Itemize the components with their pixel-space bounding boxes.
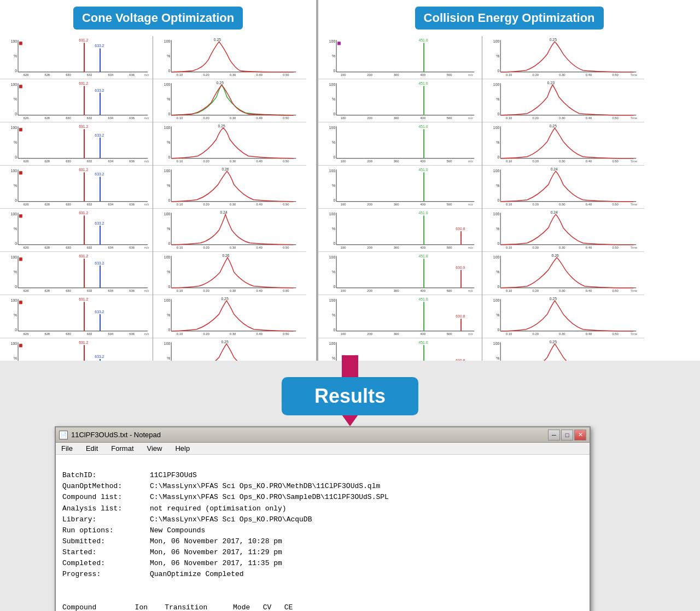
svg-text:m/z: m/z [468, 246, 473, 249]
svg-text:Time: Time [631, 203, 638, 206]
svg-text:400: 400 [421, 116, 426, 120]
chart-cell: 100 % 0 626 628 630 632 634 636 m/z 631.… [0, 79, 153, 122]
chart-cell: 100 % 0 626 628 630 632 634 636 m/z [0, 36, 153, 79]
svg-text:626: 626 [24, 245, 29, 249]
svg-text:%: % [167, 269, 170, 273]
svg-text:0.50: 0.50 [612, 160, 619, 163]
svg-text:0.50: 0.50 [612, 289, 619, 292]
svg-text:628: 628 [44, 245, 50, 249]
titlebar-controls[interactable]: ─ □ ✕ [548, 430, 586, 440]
svg-text:100: 100 [11, 298, 17, 302]
svg-text:0.30: 0.30 [230, 160, 236, 163]
chromatogram-chart: 100 % 0 0.10 0.20 0.30 0.40 0.50 0.25 [155, 124, 304, 164]
svg-text:100: 100 [341, 73, 346, 77]
svg-text:0.10: 0.10 [506, 289, 512, 292]
svg-text:100: 100 [493, 255, 499, 259]
mass-spectrum-chart: 100 % 0 626 628 630 632 634 636 m/z 631.… [2, 210, 150, 250]
svg-text:300: 300 [394, 246, 399, 249]
svg-text:100: 100 [11, 342, 17, 345]
svg-text:m/z: m/z [144, 160, 149, 163]
svg-text:%: % [496, 227, 499, 231]
ce-mass-spectrum-chart: 100 % 0 100 200 300 400 500 m/z 451.0 [320, 124, 480, 164]
svg-text:0: 0 [334, 285, 336, 289]
svg-rect-135 [19, 344, 22, 347]
svg-text:100: 100 [341, 246, 346, 249]
svg-text:0: 0 [498, 285, 500, 289]
svg-rect-84 [19, 214, 22, 218]
analysis-label: Analysis list: [62, 503, 150, 514]
svg-text:0.40: 0.40 [586, 289, 592, 292]
svg-text:%: % [496, 356, 499, 360]
collision-energy-title: Collision Energy Optimization [415, 7, 604, 30]
ce-chromatogram-chart: 100 % 0 0.10 0.20 0.30 0.40 0.50 Time 0.… [485, 253, 642, 293]
svg-text:626: 626 [24, 116, 29, 120]
menu-file[interactable]: File [58, 443, 76, 454]
svg-text:200: 200 [368, 73, 373, 77]
menu-help[interactable]: Help [172, 443, 193, 454]
minimize-button[interactable]: ─ [548, 430, 560, 440]
svg-text:100: 100 [164, 255, 170, 259]
chart-cell: 100 % 0 0.10 0.20 0.30 0.40 0.50 Time 0.… [482, 36, 644, 79]
svg-text:m/z: m/z [468, 332, 473, 336]
svg-text:630: 630 [66, 73, 71, 77]
progress-label: Progress: [62, 569, 150, 580]
close-button[interactable]: ✕ [574, 430, 586, 440]
svg-text:300: 300 [394, 160, 399, 163]
svg-text:200: 200 [368, 332, 373, 336]
menu-view[interactable]: View [144, 443, 166, 454]
svg-text:500: 500 [447, 116, 452, 120]
chart-cell: 100 % 0 100 200 300 400 500 m/z 451.0 63… [318, 209, 482, 252]
ce-chromatogram-column: 100 % 0 0.10 0.20 0.30 0.40 0.50 Time 0.… [482, 36, 644, 381]
svg-text:100: 100 [164, 342, 170, 345]
menu-edit[interactable]: Edit [83, 443, 101, 454]
svg-text:632: 632 [87, 73, 92, 77]
svg-text:0.30: 0.30 [230, 116, 236, 120]
svg-text:626: 626 [24, 289, 29, 292]
svg-text:100: 100 [164, 39, 170, 43]
restore-button[interactable]: □ [561, 430, 573, 440]
svg-text:0.50: 0.50 [283, 245, 289, 249]
svg-text:0.40: 0.40 [586, 203, 592, 206]
svg-text:0.10: 0.10 [177, 116, 183, 120]
svg-text:628: 628 [44, 116, 50, 120]
chart-cell: 100 % 0 0.10 0.20 0.30 0.40 0.50 0.25 [153, 36, 306, 79]
svg-text:0.50: 0.50 [612, 332, 619, 336]
svg-text:0: 0 [15, 155, 17, 158]
svg-text:0.40: 0.40 [256, 245, 263, 249]
svg-text:0.30: 0.30 [559, 160, 565, 163]
svg-text:451.0: 451.0 [419, 38, 428, 42]
svg-text:0.30: 0.30 [559, 332, 565, 336]
svg-text:100: 100 [493, 126, 499, 130]
svg-text:Time: Time [631, 160, 638, 163]
svg-text:634: 634 [108, 245, 114, 249]
started-value: Mon, 06 November 2017, 11:29 pm [150, 548, 282, 556]
ce-mass-spectrum-chart: 100 % 0 100 200 300 400 500 m/z 451.0 63… [320, 253, 480, 293]
menu-format[interactable]: Format [108, 443, 137, 454]
svg-text:m/z: m/z [144, 289, 149, 292]
svg-text:m/z: m/z [144, 116, 149, 120]
svg-text:634: 634 [108, 73, 114, 77]
svg-text:100: 100 [11, 126, 17, 130]
svg-text:631.2: 631.2 [79, 81, 88, 85]
svg-text:0.40: 0.40 [256, 203, 263, 206]
svg-text:630.8: 630.8 [456, 227, 465, 231]
library-label: Library: [62, 514, 150, 525]
svg-text:0.50: 0.50 [612, 203, 619, 206]
svg-text:626: 626 [24, 160, 29, 163]
svg-text:100: 100 [164, 298, 170, 302]
svg-text:632: 632 [87, 116, 92, 120]
svg-text:0.30: 0.30 [559, 73, 565, 77]
svg-text:400: 400 [421, 332, 426, 336]
svg-text:0.30: 0.30 [230, 203, 236, 206]
svg-text:633.2: 633.2 [95, 172, 104, 176]
notepad-window[interactable]: 📄 11ClPF3OUdS.txt - Notepad ─ □ ✕ File E… [55, 426, 591, 611]
chart-cell: 100 % 0 0.10 0.20 0.30 0.40 0.50 Time 0.… [482, 252, 644, 295]
svg-text:0.50: 0.50 [612, 116, 619, 120]
svg-text:300: 300 [394, 116, 399, 120]
svg-text:628: 628 [44, 203, 50, 206]
chromatogram-chart: 100 % 0 0.10 0.20 0.30 0.40 0.50 0.25 [155, 37, 304, 78]
svg-text:0.25: 0.25 [217, 81, 224, 85]
svg-text:100: 100 [493, 342, 499, 345]
svg-text:0.20: 0.20 [533, 332, 539, 336]
svg-text:0.30: 0.30 [559, 116, 565, 120]
